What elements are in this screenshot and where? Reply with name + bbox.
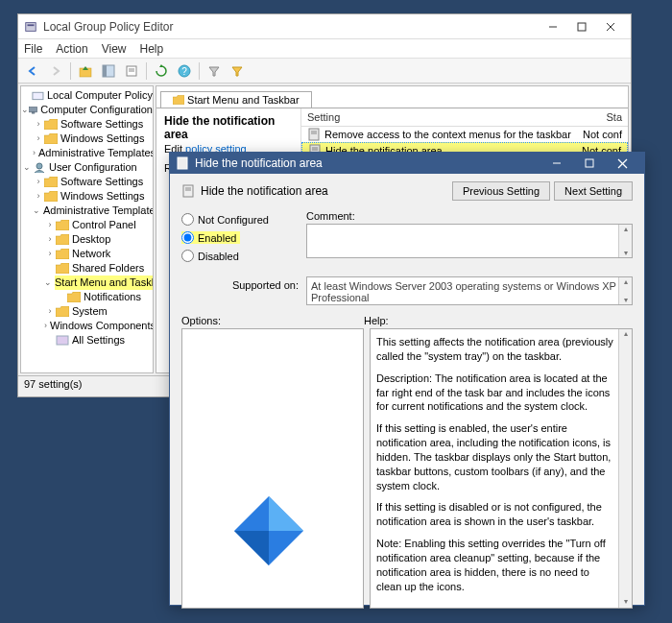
window-title: Local Group Policy Editor xyxy=(43,20,539,34)
tree-uc-windows[interactable]: Windows Settings xyxy=(60,189,144,204)
help-text: This setting affects the notification ar… xyxy=(376,335,614,364)
dialog-minimize-button[interactable] xyxy=(540,153,573,174)
svg-rect-16 xyxy=(32,112,35,113)
comment-textarea[interactable]: ▴▾ xyxy=(306,224,633,258)
policy-dialog: Hide the notification area Hide the noti… xyxy=(169,152,645,606)
svg-rect-19 xyxy=(309,129,319,140)
previous-setting-button[interactable]: Previous Setting xyxy=(452,181,550,201)
dialog-close-button[interactable] xyxy=(606,153,638,174)
help-text: Description: The notification area is lo… xyxy=(376,371,614,415)
tree-shared-folders[interactable]: Shared Folders xyxy=(72,261,144,276)
help-button[interactable]: ? xyxy=(174,60,195,82)
filter-options-button[interactable] xyxy=(227,60,248,82)
next-setting-button[interactable]: Next Setting xyxy=(554,181,633,201)
dialog-maximize-button[interactable] xyxy=(573,153,606,174)
tree-cc-software[interactable]: Software Settings xyxy=(60,117,143,132)
toolbar: ? xyxy=(18,59,631,84)
tree-root[interactable]: Local Computer Policy xyxy=(47,88,153,103)
supported-on-label: Supported on: xyxy=(181,276,306,291)
tree-uc-admin[interactable]: Administrative Templates xyxy=(43,204,154,218)
tree-comp-config[interactable]: Computer Configuration xyxy=(40,103,153,117)
scrollbar[interactable]: ▴▾ xyxy=(618,225,632,257)
options-box xyxy=(181,328,364,609)
close-button[interactable] xyxy=(596,17,625,36)
show-hide-tree-button[interactable] xyxy=(98,60,119,82)
titlebar[interactable]: Local Group Policy Editor xyxy=(18,14,631,39)
col-setting[interactable]: Setting xyxy=(301,108,570,126)
svg-rect-30 xyxy=(586,159,593,167)
menu-view[interactable]: View xyxy=(102,42,127,56)
selected-setting-title: Hide the notification area xyxy=(156,108,300,143)
setting-row[interactable]: Remove access to the context menus for t… xyxy=(301,127,628,142)
radio-enabled[interactable]: Enabled xyxy=(181,231,240,244)
policy-icon xyxy=(176,156,189,170)
dialog-heading: Hide the notification area xyxy=(201,184,328,198)
svg-rect-28 xyxy=(178,157,187,169)
properties-button[interactable] xyxy=(121,60,142,82)
up-button[interactable] xyxy=(75,60,96,82)
filter-button[interactable] xyxy=(204,60,225,82)
tree-cc-admin[interactable]: Administrative Templates xyxy=(38,146,154,160)
svg-rect-0 xyxy=(26,22,36,31)
svg-rect-33 xyxy=(183,185,193,197)
help-label: Help: xyxy=(364,315,389,326)
tree-user-config[interactable]: User Configuration xyxy=(49,160,137,175)
tree-start-menu-taskbar[interactable]: Start Menu and Taskbar xyxy=(55,276,154,290)
forward-button[interactable] xyxy=(45,60,66,82)
comment-label: Comment: xyxy=(306,210,633,222)
pane-tab[interactable]: Start Menu and Taskbar xyxy=(160,91,312,108)
menu-help[interactable]: Help xyxy=(140,42,164,56)
svg-marker-37 xyxy=(269,496,303,531)
back-button[interactable] xyxy=(22,60,43,82)
dialog-titlebar[interactable]: Hide the notification area xyxy=(170,153,644,174)
dialog-title: Hide the notification area xyxy=(195,156,540,170)
supported-on-text: At least Windows Server 2003 operating s… xyxy=(306,276,633,305)
help-text: Note: Enabling this setting overrides th… xyxy=(376,537,614,593)
help-text: If this setting is disabled or is not co… xyxy=(376,500,614,529)
refresh-button[interactable] xyxy=(151,60,172,82)
svg-rect-3 xyxy=(578,23,586,31)
gpedit-app-icon xyxy=(24,20,37,34)
watermark-icon xyxy=(230,492,307,569)
svg-point-17 xyxy=(36,163,42,169)
maximize-button[interactable] xyxy=(567,17,596,36)
tree-notifications[interactable]: Notifications xyxy=(84,290,141,304)
tree-view[interactable]: Local Computer Policy ⌄Computer Configur… xyxy=(20,85,154,373)
svg-marker-38 xyxy=(234,531,269,565)
scrollbar[interactable]: ▴▾ xyxy=(618,329,632,608)
menu-action[interactable]: Action xyxy=(56,42,87,56)
list-header[interactable]: Setting Sta xyxy=(301,108,628,127)
help-box: This setting affects the notification ar… xyxy=(370,328,633,609)
tree-control-panel[interactable]: Control Panel xyxy=(72,218,136,232)
scrollbar[interactable]: ▴▾ xyxy=(618,277,632,304)
col-state[interactable]: Sta xyxy=(570,108,628,126)
svg-rect-8 xyxy=(103,65,107,77)
options-label: Options: xyxy=(181,315,364,326)
svg-rect-1 xyxy=(28,24,35,26)
policy-icon xyxy=(181,184,195,198)
radio-disabled[interactable]: Disabled xyxy=(181,250,306,262)
svg-rect-14 xyxy=(33,92,43,99)
tree-system[interactable]: System xyxy=(72,304,108,319)
minimize-button[interactable] xyxy=(539,17,567,36)
radio-not-configured[interactable]: Not Configured xyxy=(181,213,306,226)
tree-network[interactable]: Network xyxy=(72,247,110,261)
tree-uc-software[interactable]: Software Settings xyxy=(60,175,143,189)
menubar: File Action View Help xyxy=(18,39,631,59)
tree-all-settings[interactable]: All Settings xyxy=(72,333,125,347)
tree-cc-windows[interactable]: Windows Settings xyxy=(60,132,144,146)
tree-desktop[interactable]: Desktop xyxy=(72,232,110,247)
menu-file[interactable]: File xyxy=(24,42,42,56)
svg-text:?: ? xyxy=(181,66,187,77)
svg-rect-15 xyxy=(30,108,37,112)
svg-rect-18 xyxy=(57,336,68,345)
help-text: If this setting is enabled, the user's e… xyxy=(376,421,614,492)
tree-windows-components[interactable]: Windows Components xyxy=(50,319,154,333)
